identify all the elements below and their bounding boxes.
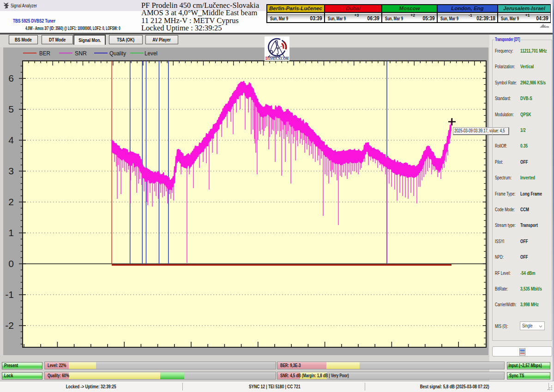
svg-text:BER: BER xyxy=(39,50,50,57)
svg-text:0: 0 xyxy=(8,258,14,269)
svg-text:2: 2 xyxy=(8,196,14,207)
svg-text:Level: Level xyxy=(145,50,157,57)
svg-text:3: 3 xyxy=(8,166,14,176)
svg-text:6: 6 xyxy=(8,73,14,83)
svg-text:SNR: SNR xyxy=(75,50,87,57)
svg-text:1: 1 xyxy=(8,227,14,238)
svg-text:DXSATCS.COM: DXSATCS.COM xyxy=(265,56,289,61)
svg-text:Quality: Quality xyxy=(109,50,126,57)
svg-text:-1: -1 xyxy=(5,289,14,300)
svg-text:5: 5 xyxy=(8,104,14,114)
svg-text:4: 4 xyxy=(8,135,14,145)
svg-text:-2: -2 xyxy=(5,320,14,331)
